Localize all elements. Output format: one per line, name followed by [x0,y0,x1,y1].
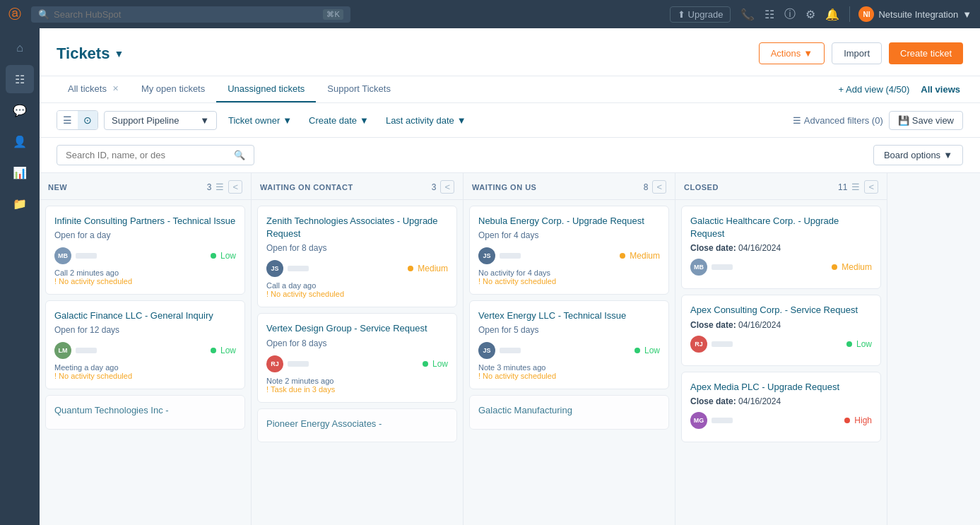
grid-icon[interactable]: ☷ [764,8,774,21]
ticket-footer: JS Medium [478,247,660,264]
priority-dot [423,361,428,367]
avatar-bar [288,361,309,367]
settings-icon[interactable]: ⚙ [805,8,815,21]
ticket-avatar: RJ [266,355,283,372]
ticket-card-partial[interactable]: Quantum Technologies Inc - [45,395,245,429]
priority-dot [844,418,850,423]
ticket-owner-filter[interactable]: Ticket owner ▼ [223,112,297,129]
priority-dot [408,266,413,271]
ticket-avatar: JS [478,247,495,264]
ticket-card-partial[interactable]: Pioneer Energy Associates - [257,408,457,442]
ticket-footer: JS Low [478,342,660,359]
avatar-bar [76,348,97,353]
sidebar-item-conversations[interactable]: 💬 [6,96,34,124]
ticket-avatar: RJ [690,336,707,353]
ticket-footer: MG High [690,412,872,429]
upgrade-button[interactable]: ⬆ Upgrade [670,6,731,23]
nav-icons: ⬆ Upgrade 📞 ☷ ⓘ ⚙ 🔔 [670,6,840,23]
last-activity-label: Last activity date [386,115,454,126]
create-ticket-button[interactable]: Create ticket [889,42,963,64]
user-menu[interactable]: NI Netsuite Integration ▼ [849,6,972,22]
column-header-new: NEW 3 ☰ < [40,173,251,200]
view-toggle: ☰ ⊙ [57,110,98,130]
ticket-card[interactable]: Galactic Healthcare Corp. - Upgrade Requ… [681,206,881,289]
ticket-card-partial[interactable]: Galactic Manufacturing [469,395,669,429]
hubspot-logo[interactable]: ⓐ [8,6,21,23]
priority-label: Medium [418,264,448,273]
actions-button[interactable]: Actions ▼ [759,42,825,64]
column-cards-new: Infinite Consulting Partners - Technical… [40,200,251,525]
ticket-owner-label: Ticket owner [228,115,280,126]
tab-all-close[interactable]: ✕ [112,84,119,93]
avatar-bar [712,418,733,423]
ticket-card[interactable]: Apex Media PLC - Upgrade Request Close d… [681,372,881,442]
ticket-footer: LM Low [54,342,236,359]
sort-icon[interactable]: ☰ [216,182,224,192]
kanban-board: NEW 3 ☰ < Infinite Consulting Partners -… [40,173,980,525]
avatar-bar [712,264,733,270]
ticket-card[interactable]: Vertex Design Group - Service Request Op… [257,313,457,402]
column-title: CLOSED [684,183,834,191]
column-waiting-us: WAITING ON US 8 < Nebula Energy Corp. - … [464,173,675,525]
ticket-card[interactable]: Zenith Technologies Associates - Upgrade… [257,206,457,307]
sidebar-item-reports[interactable]: 📊 [6,158,34,187]
board-options-button[interactable]: Board options ▼ [873,145,963,165]
priority-dot [211,253,216,259]
pipeline-selector[interactable]: Support Pipeline ▼ [104,111,217,130]
chevron-down-icon: ▼ [962,9,972,20]
avatar: NI [858,6,874,22]
left-sidebar: ⌂ ☷ 💬 👤 📊 📁 [0,28,40,525]
notification-icon[interactable]: 🔔 [825,8,839,21]
help-icon[interactable]: ⓘ [784,7,796,22]
list-view-button[interactable]: ☰ [57,111,78,129]
collapse-button[interactable]: < [228,180,242,194]
sidebar-item-home[interactable]: ⌂ [6,34,34,62]
ticket-close-date: Close date: 04/16/2024 [690,243,872,253]
ticket-card[interactable]: Nebula Energy Corp. - Upgrade Request Op… [469,206,669,295]
collapse-button[interactable]: < [864,180,878,194]
title-dropdown-icon[interactable]: ▼ [114,48,124,59]
ticket-card[interactable]: Galactic Finance LLC - General Inquiry O… [45,300,245,389]
ticket-warning: ! No activity scheduled [478,372,660,380]
search-input-wrapper[interactable]: 🔍 [57,145,254,165]
add-view-button[interactable]: + Add view (4/50) [830,77,919,102]
all-views-button[interactable]: All views [918,77,963,102]
tab-all-tickets[interactable]: All tickets ✕ [57,76,130,102]
ticket-avatar: JS [478,342,495,359]
collapse-button[interactable]: < [652,180,666,194]
sidebar-item-contacts[interactable]: 👤 [6,127,34,155]
ticket-card[interactable]: Apex Consulting Corp. - Service Request … [681,295,881,365]
phone-icon[interactable]: 📞 [740,8,755,21]
ticket-title: Infinite Consulting Partners - Technical… [54,215,236,228]
ticket-avatar: JS [266,260,283,277]
priority-dot [211,348,216,353]
collapse-button[interactable]: < [440,180,454,194]
search-input[interactable] [54,9,319,20]
filter-bar: ☰ ⊙ Support Pipeline ▼ Ticket owner ▼ Cr… [40,103,980,138]
ticket-activity: No activity for 4 days [478,269,660,277]
priority-label: Low [220,251,236,261]
create-date-filter[interactable]: Create date ▼ [303,112,374,129]
sort-icon[interactable]: ☰ [851,182,860,192]
tab-support[interactable]: Support Tickets [316,76,402,102]
save-view-button[interactable]: 💾 Save view [889,111,963,130]
search-input[interactable] [66,150,228,160]
ticket-card[interactable]: Vertex Energy LLC - Technical Issue Open… [469,300,669,389]
tab-my-open[interactable]: My open tickets [130,76,216,102]
sidebar-item-tickets[interactable]: ☷ [6,65,34,93]
ticket-card[interactable]: Infinite Consulting Partners - Technical… [45,206,245,295]
board-view-button[interactable]: ⊙ [78,111,98,129]
sidebar-item-files[interactable]: 📁 [6,189,34,218]
ticket-owner-dropdown-icon: ▼ [283,115,292,126]
avatar-bar [288,266,309,271]
ticket-warning: ! No activity scheduled [54,372,236,380]
filter-icon: ☰ [793,115,801,126]
tab-unassigned[interactable]: Unassigned tickets [216,76,316,102]
last-activity-filter[interactable]: Last activity date ▼ [380,112,472,129]
ticket-warning: ! No activity scheduled [266,290,448,298]
advanced-filters-button[interactable]: ☰ Advanced filters (0) [793,115,883,126]
ticket-footer: MB Medium [690,259,872,276]
avatar-bar [500,348,521,353]
global-search-bar[interactable]: 🔍 ⌘K [31,6,350,23]
import-button[interactable]: Import [832,42,882,64]
